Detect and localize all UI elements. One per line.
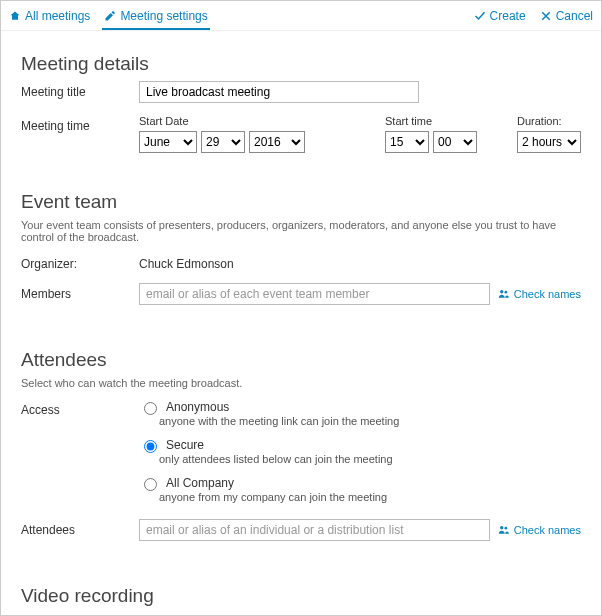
meeting-title-label: Meeting title bbox=[21, 81, 139, 99]
access-secure-radio[interactable] bbox=[144, 440, 157, 453]
check-names-members-label: Check names bbox=[514, 288, 581, 300]
close-icon bbox=[540, 10, 552, 22]
meeting-time-label: Meeting time bbox=[21, 115, 139, 133]
check-icon bbox=[474, 10, 486, 22]
attendees-input[interactable] bbox=[139, 519, 490, 541]
month-select[interactable]: June bbox=[139, 131, 197, 153]
nav-meeting-settings[interactable]: Meeting settings bbox=[104, 9, 207, 29]
access-anonymous-desc: anyone with the meeting link can join th… bbox=[159, 415, 399, 427]
meeting-details-heading: Meeting details bbox=[21, 53, 581, 75]
cancel-button[interactable]: Cancel bbox=[540, 9, 593, 23]
start-time-label: Start time bbox=[385, 115, 477, 127]
event-team-heading: Event team bbox=[21, 191, 581, 213]
video-recording-heading: Video recording bbox=[21, 585, 581, 607]
svg-point-2 bbox=[500, 526, 503, 529]
check-names-members[interactable]: Check names bbox=[498, 288, 581, 300]
cancel-label: Cancel bbox=[556, 9, 593, 23]
create-label: Create bbox=[490, 9, 526, 23]
home-icon bbox=[9, 10, 21, 22]
access-label: Access bbox=[21, 399, 139, 417]
access-secure-label: Secure bbox=[166, 438, 204, 452]
nav-all-meetings-label: All meetings bbox=[25, 9, 90, 23]
access-all-company-desc: anyone from my company can join the meet… bbox=[159, 491, 399, 503]
access-anonymous-radio[interactable] bbox=[144, 402, 157, 415]
create-button[interactable]: Create bbox=[474, 9, 526, 23]
check-names-attendees[interactable]: Check names bbox=[498, 524, 581, 536]
people-icon bbox=[498, 524, 510, 536]
day-select[interactable]: 29 bbox=[201, 131, 245, 153]
organizer-label: Organizer: bbox=[21, 253, 139, 271]
svg-point-3 bbox=[504, 527, 507, 530]
event-team-helper: Your event team consists of presenters, … bbox=[21, 219, 581, 243]
minute-select[interactable]: 00 bbox=[433, 131, 477, 153]
hour-select[interactable]: 15 bbox=[385, 131, 429, 153]
attendees-heading: Attendees bbox=[21, 349, 581, 371]
access-secure-desc: only attendees listed below can join the… bbox=[159, 453, 399, 465]
access-all-company-radio[interactable] bbox=[144, 478, 157, 491]
duration-label: Duration: bbox=[517, 115, 581, 127]
organizer-value: Chuck Edmonson bbox=[139, 253, 234, 271]
year-select[interactable]: 2016 bbox=[249, 131, 305, 153]
pencil-icon bbox=[104, 10, 116, 22]
access-anonymous[interactable]: Anonymous bbox=[139, 399, 399, 415]
access-secure[interactable]: Secure bbox=[139, 437, 399, 453]
people-icon bbox=[498, 288, 510, 300]
attendees-field-label: Attendees bbox=[21, 519, 139, 537]
svg-point-0 bbox=[500, 290, 503, 293]
members-input[interactable] bbox=[139, 283, 490, 305]
meeting-title-input[interactable] bbox=[139, 81, 419, 103]
access-anonymous-label: Anonymous bbox=[166, 400, 229, 414]
attendees-helper: Select who can watch the meeting broadca… bbox=[21, 377, 581, 389]
nav-meeting-settings-label: Meeting settings bbox=[120, 9, 207, 23]
access-all-company[interactable]: All Company bbox=[139, 475, 399, 491]
access-all-company-label: All Company bbox=[166, 476, 234, 490]
nav-all-meetings[interactable]: All meetings bbox=[9, 9, 90, 23]
members-label: Members bbox=[21, 283, 139, 301]
svg-point-1 bbox=[504, 291, 507, 294]
start-date-label: Start Date bbox=[139, 115, 305, 127]
check-names-attendees-label: Check names bbox=[514, 524, 581, 536]
duration-select[interactable]: 2 hours bbox=[517, 131, 581, 153]
